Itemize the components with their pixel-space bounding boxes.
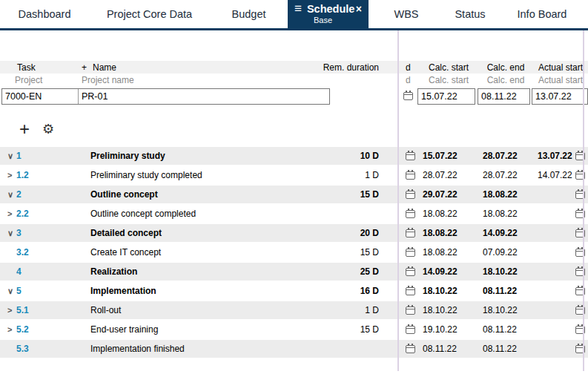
actual-start-input[interactable]	[532, 88, 588, 105]
column-header-calc-end[interactable]: Calc. end	[478, 62, 533, 73]
task-calc-end: 18.10.22	[478, 305, 533, 315]
tab-schedule-active[interactable]: ≡ Schedule × Base	[288, 0, 369, 28]
task-name[interactable]: End-user training	[74, 324, 340, 335]
calendar-icon[interactable]	[406, 152, 415, 160]
tab-budget[interactable]: Budget	[210, 0, 288, 28]
task-calc-start: 18.08.22	[419, 228, 478, 238]
filter-label-calc-start: Calc. start	[419, 75, 478, 85]
calendar-icon[interactable]	[406, 191, 415, 199]
column-header-actual-start[interactable]: Actual start	[533, 62, 588, 73]
filter-label-clipped: d	[404, 75, 419, 85]
chevron-right-icon[interactable]: >	[0, 306, 16, 315]
gear-icon[interactable]: ⚙	[42, 121, 54, 137]
task-number[interactable]: 5.3	[16, 344, 74, 354]
chevron-down-icon[interactable]: ∨	[0, 151, 16, 161]
task-calc-start: 18.08.22	[419, 247, 478, 258]
task-calc-end: 18.08.22	[478, 209, 533, 219]
table-row[interactable]: > 1.2 Preliminary study completed 1 D 28…	[0, 166, 588, 184]
task-name[interactable]: Preliminary study	[74, 151, 340, 161]
task-calc-end: 28.07.22	[478, 170, 533, 180]
project-name-input[interactable]	[78, 89, 329, 104]
task-number[interactable]: 4	[16, 266, 74, 277]
task-name[interactable]: Implementation	[74, 286, 340, 296]
task-calc-start: 28.07.22	[419, 170, 478, 180]
filter-label-calc-end: Calc. end	[478, 75, 533, 85]
table-row[interactable]: > 5.1 Roll-out 1 D 18.10.22 18.10.22	[0, 301, 588, 319]
column-header-name[interactable]: + Name	[74, 62, 290, 73]
pane-splitter[interactable]	[397, 30, 399, 371]
table-row[interactable]: ∨ 2 Outline concept 15 D 29.07.22 18.08.…	[0, 186, 588, 203]
column-header-task[interactable]: Task	[0, 62, 74, 73]
grid-toolbar: + ⚙	[0, 120, 588, 138]
task-name[interactable]: Outline concept completed	[74, 209, 340, 219]
task-calc-start: 14.09.22	[419, 266, 478, 277]
calendar-icon[interactable]	[406, 229, 415, 237]
task-number[interactable]: 1	[16, 151, 74, 161]
tab-info-board[interactable]: Info Board	[496, 0, 588, 28]
table-row[interactable]: > 2.2 Outline concept completed 18.08.22…	[0, 205, 588, 223]
task-name[interactable]: Implementation finished	[74, 344, 340, 354]
task-actual-start: 13.07.22	[533, 151, 573, 161]
table-row[interactable]: 5.3 Implementation finished 08.11.22 08.…	[0, 340, 588, 358]
task-number[interactable]: 3.2	[16, 247, 74, 258]
column-header-rem-duration[interactable]: Rem. duration	[290, 62, 379, 73]
task-number[interactable]: 3	[16, 228, 74, 238]
schedule-grid: Task + Name Rem. duration d Calc. start …	[0, 30, 588, 377]
column-header-calc-start[interactable]: Calc. start	[419, 62, 478, 73]
task-number[interactable]: 2.2	[16, 209, 74, 219]
table-row[interactable]: > 5.2 End-user training 15 D 19.10.22 08…	[0, 321, 588, 338]
tab-status[interactable]: Status	[444, 0, 496, 28]
table-row[interactable]: ∨ 3 Detailed concept 20 D 18.08.22 14.09…	[0, 224, 588, 242]
chevron-right-icon[interactable]: >	[0, 209, 16, 218]
task-rem-duration: 15 D	[340, 324, 379, 335]
calendar-icon[interactable]	[406, 210, 415, 218]
task-name[interactable]: Roll-out	[74, 305, 340, 315]
calendar-icon[interactable]	[406, 306, 415, 315]
calendar-icon[interactable]	[406, 287, 415, 295]
table-row[interactable]: ∨ 1 Preliminary study 10 D 15.07.22 28.0…	[0, 147, 588, 165]
calendar-icon[interactable]	[403, 92, 413, 100]
tab-wbs[interactable]: WBS	[369, 0, 444, 28]
tab-project-core-data[interactable]: Project Core Data	[89, 0, 210, 28]
task-name[interactable]: Realization	[74, 266, 340, 277]
pane-splitter[interactable]	[583, 30, 584, 371]
calendar-icon[interactable]	[406, 249, 415, 257]
calendar-icon[interactable]	[406, 171, 415, 180]
chevron-right-icon[interactable]: >	[0, 171, 16, 180]
task-name[interactable]: Outline concept	[74, 189, 340, 200]
task-rem-duration: 20 D	[340, 228, 379, 238]
add-column-icon[interactable]: +	[82, 62, 87, 73]
task-name[interactable]: Preliminary study completed	[74, 170, 340, 180]
task-number[interactable]: 5	[16, 286, 74, 296]
tab-bar: Dashboard Project Core Data Budget ≡ Sch…	[0, 0, 588, 28]
chevron-down-icon[interactable]: ∨	[0, 190, 16, 200]
calc-end-input[interactable]	[478, 88, 530, 105]
task-name[interactable]: Create IT concept	[74, 247, 340, 258]
calendar-icon[interactable]	[406, 268, 415, 276]
task-calc-start: 19.10.22	[419, 324, 478, 335]
task-number[interactable]: 1.2	[16, 170, 74, 180]
project-filter-box	[1, 88, 330, 105]
tab-dashboard[interactable]: Dashboard	[0, 0, 89, 28]
calendar-icon[interactable]	[406, 326, 415, 334]
task-rem-duration: 25 D	[340, 266, 379, 277]
chevron-down-icon[interactable]: ∨	[0, 286, 16, 296]
add-task-button[interactable]: +	[19, 121, 30, 137]
task-name[interactable]: Detailed concept	[74, 228, 340, 238]
task-number[interactable]: 2	[16, 189, 74, 200]
task-number[interactable]: 5.2	[16, 324, 74, 335]
calendar-icon[interactable]	[406, 345, 415, 353]
hamburger-menu-icon[interactable]: ≡	[294, 4, 302, 14]
chevron-right-icon[interactable]: >	[0, 325, 16, 334]
close-icon[interactable]: ×	[356, 4, 362, 13]
table-row[interactable]: 3.2 Create IT concept 15 D 18.08.22 07.0…	[0, 243, 588, 261]
active-tab-label: Schedule	[307, 3, 354, 15]
task-number[interactable]: 5.1	[16, 305, 74, 315]
project-id-input[interactable]	[2, 89, 78, 104]
table-row[interactable]: 4 Realization 25 D 14.09.22 18.10.22	[0, 263, 588, 281]
table-row[interactable]: ∨ 5 Implementation 16 D 18.10.22 08.11.2…	[0, 282, 588, 300]
chevron-down-icon[interactable]: ∨	[0, 229, 16, 238]
column-header-clipped: d	[404, 62, 419, 73]
task-actual-start: 14.07.22	[533, 170, 573, 180]
calc-start-input[interactable]	[417, 88, 475, 105]
